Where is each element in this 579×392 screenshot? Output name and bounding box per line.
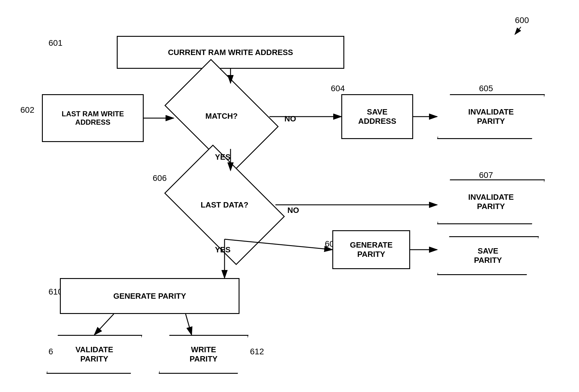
svg-line-9	[94, 314, 114, 335]
generate-parity-608-box: GENERATEPARITY	[332, 230, 410, 269]
svg-line-10	[186, 314, 192, 335]
yes-label-match: YES	[215, 152, 231, 162]
ref-606: 606	[153, 173, 167, 183]
write-parity-box: WRITEPARITY	[159, 335, 248, 374]
invalidate-parity-605-box: INVALIDATEPARITY	[437, 94, 545, 139]
save-address-box: SAVEADDRESS	[341, 94, 413, 139]
current-ram-write-address-box: CURRENT RAM WRITE ADDRESS	[117, 36, 344, 69]
ref-600: 600	[515, 16, 529, 25]
last-data-diamond: LAST DATA?	[174, 170, 275, 239]
no-label-last: NO	[287, 206, 299, 215]
generate-parity-610-box: GENERATE PARITY	[60, 278, 240, 314]
ref-607: 607	[479, 170, 493, 180]
no-label-match: NO	[284, 114, 296, 123]
save-parity-609-box: SAVEPARITY	[437, 236, 539, 275]
ref-602: 602	[20, 105, 34, 115]
ref-612: 612	[250, 347, 264, 356]
invalidate-parity-607-box: INVALIDATEPARITY	[437, 179, 545, 224]
ref-604: 604	[331, 84, 345, 93]
ref-605: 605	[479, 84, 493, 93]
last-ram-write-address-box: LAST RAM WRITEADDRESS	[42, 94, 144, 142]
flowchart-diagram: 600 601 CURRENT RAM WRITE ADDRESS 602 LA…	[0, 0, 579, 392]
ref-601: 601	[48, 38, 63, 48]
yes-label-last: YES	[215, 245, 231, 254]
validate-parity-box: VALIDATEPARITY	[46, 335, 142, 374]
match-diamond: MATCH?	[174, 83, 269, 149]
svg-line-1	[515, 27, 521, 34]
